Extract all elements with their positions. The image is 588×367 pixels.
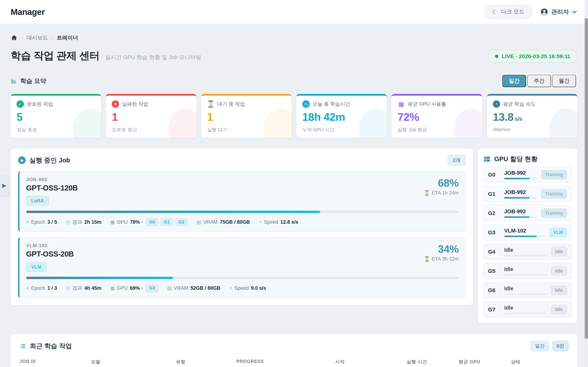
sidebar-expand-handle[interactable]: ▶ xyxy=(0,175,9,196)
gpu-row: G0 JOB-992 Training xyxy=(483,167,572,183)
period-tab[interactable]: 주간 xyxy=(527,75,551,87)
gpu-util-fill xyxy=(504,216,530,218)
col-type: 유형 xyxy=(176,359,236,365)
server-icon xyxy=(483,155,491,163)
home-icon[interactable] xyxy=(11,34,18,41)
job-model-name: GPT-OSS-120B xyxy=(26,184,78,192)
breadcrumb-separator: › xyxy=(21,35,23,41)
gpu-util-bar xyxy=(504,178,537,179)
job-speed: ◔ Speed12.8 s/s xyxy=(259,219,298,225)
gpu-tag: G3 xyxy=(146,284,158,292)
stat-icon: ✕ xyxy=(112,100,119,108)
gpu-util-bar xyxy=(504,216,537,218)
job-elapsed: ◷ 경과4h 45m xyxy=(66,285,101,292)
running-jobs-title: ▶ 실행 중인 Job xyxy=(18,156,70,165)
stat-card: ▦ 평균 GPU 사용률 72% 실행 Job 평균 xyxy=(392,94,482,138)
gpu-job-name: Idle xyxy=(504,247,513,253)
live-status-badge: LIVE · 2026-03-25 16:59:11 xyxy=(488,50,577,63)
gpu-name: G2 xyxy=(488,210,500,216)
expand-arrow-icon: ▶ xyxy=(2,182,6,189)
gpu-row: G2 JOB-992 Training xyxy=(483,205,572,221)
gpu-row: G6 Idle Idle xyxy=(483,282,572,298)
gpu-status-badge: Training xyxy=(541,170,567,179)
gauge-icon: ◔ xyxy=(259,219,262,225)
stat-icon: ▦ xyxy=(398,100,405,108)
user-avatar-icon xyxy=(540,8,548,16)
gpu-allocation-panel: GPU 할당 현황 G0 JOB-992 Training G1 xyxy=(478,149,577,323)
stat-card: ◷ 오늘 총 학습시간 18h 42m 누적 GPU 시간 xyxy=(296,94,387,138)
gpu-status-badge: VLM xyxy=(549,228,567,237)
job-gpu-util: ▦ GPU69% · G3 xyxy=(110,284,158,292)
user-label: 관리자 xyxy=(551,8,569,16)
gpu-row: G3 VLM-102 VLM xyxy=(483,225,572,240)
job-gpu-util: ▦ GPU78% · G0 G1 G2 xyxy=(110,218,188,226)
breadcrumb: › 대시보드 › 트레이너 xyxy=(11,34,577,42)
dark-mode-label: 다크 모드 xyxy=(501,8,524,16)
memory-icon: ▤ xyxy=(167,285,172,291)
page-title: 학습 작업 관제 센터 xyxy=(11,49,100,63)
job-gpu-tags: G3 xyxy=(146,284,158,292)
gpu-tag: G1 xyxy=(161,218,173,226)
gpu-job-name: Idle xyxy=(504,305,513,311)
page-scrollbar-thumb[interactable] xyxy=(585,18,588,339)
table-period-badge[interactable]: 일간 xyxy=(530,341,549,351)
gpu-util-bar xyxy=(504,313,547,314)
stat-icon: ✓ xyxy=(17,100,24,108)
running-job-card[interactable]: JOB-992 GPT-OSS-120B LoRA 68% ⌛ ETA 1h 2… xyxy=(18,171,466,232)
stat-card: ⌛ 대기 중 작업 1 실행 대기 xyxy=(201,94,292,138)
gpu-row: G1 JOB-992 Training xyxy=(483,186,572,202)
job-type-tag: VLM xyxy=(26,262,46,272)
job-progress-fill xyxy=(26,277,173,279)
gpu-status-badge: Idle xyxy=(551,266,567,276)
gpu-name: G4 xyxy=(488,249,500,255)
job-speed: ◔ Speed9.0 s/s xyxy=(229,285,266,291)
table-count-badge: 6건 xyxy=(552,341,569,351)
gpu-status-badge: Idle xyxy=(551,305,567,314)
summary-section-label: 학습 요약 xyxy=(20,77,46,85)
stat-card: ✓ 완료된 작업 5 정상 종료 xyxy=(11,94,101,138)
page-scrollbar-track[interactable] xyxy=(585,0,588,367)
job-eta: ⌛ ETA 3h 12m xyxy=(424,256,459,262)
gpu-util-bar xyxy=(504,293,547,295)
breadcrumb-trainer: 트레이너 xyxy=(57,34,78,42)
gpu-tag: G2 xyxy=(175,218,188,226)
breadcrumb-separator: › xyxy=(52,35,53,41)
gpu-util-fill xyxy=(504,178,530,179)
memory-icon: ▤ xyxy=(197,219,201,225)
recent-jobs-title: 최근 학습 작업 xyxy=(19,342,72,350)
breadcrumb-dashboard[interactable]: 대시보드 xyxy=(27,34,48,42)
gpu-job-name: JOB-992 xyxy=(504,209,526,214)
stat-icon: ◷ xyxy=(302,100,310,108)
user-menu[interactable]: 관리자 xyxy=(540,8,577,16)
page-content: › 대시보드 › 트레이너 학습 작업 관제 센터 실시간 GPU 학습 현황 … xyxy=(0,24,588,367)
gauge-icon: ◔ xyxy=(229,285,232,291)
job-progress-fill xyxy=(26,211,320,213)
gpu-status-badge: Idle xyxy=(551,285,567,295)
list-icon xyxy=(19,343,26,349)
period-tab[interactable]: 월간 xyxy=(552,75,576,87)
col-progress: PROGRESS xyxy=(236,359,335,365)
job-elapsed: ◷ 경과2h 15m xyxy=(66,219,101,225)
job-progress-bar xyxy=(26,277,459,279)
gpu-status-badge: Training xyxy=(541,209,567,218)
dark-mode-toggle[interactable]: ☾ 다크 모드 xyxy=(484,5,532,19)
gpu-row: G7 Idle Idle xyxy=(483,301,572,317)
job-progress-bar xyxy=(26,211,459,213)
live-badge-text: LIVE · 2026-03-25 16:59:11 xyxy=(502,53,570,59)
clock-icon: ◷ xyxy=(66,219,70,225)
gpu-status-badge: Training xyxy=(541,189,567,199)
hourglass-icon: ⌛ xyxy=(424,256,430,262)
chevron-down-icon xyxy=(572,9,577,15)
layers-icon: ≡ xyxy=(26,285,29,291)
layers-icon: ≡ xyxy=(26,219,29,225)
job-epoch: ≡ Epoch1 / 3 xyxy=(26,285,57,291)
job-epoch: ≡ Epoch3 / 5 xyxy=(26,219,57,225)
job-id: JOB-992 xyxy=(26,177,78,182)
gpu-tag: G0 xyxy=(146,218,158,226)
summary-cards: ✓ 완료된 작업 5 정상 종료 ✕ 실패한 작업 1 오류로 중단 ⌛ xyxy=(11,94,577,138)
period-tab[interactable]: 일간 xyxy=(502,75,526,87)
job-vram: ▤ VRAM75GB / 80GB xyxy=(197,219,250,225)
gpu-job-name: Idle xyxy=(504,285,513,292)
running-job-card[interactable]: VLM-102 GPT-OSS-20B VLM 34% ⌛ ETA 3h 12m xyxy=(18,237,466,298)
job-progress-percent: 68% xyxy=(424,177,459,189)
